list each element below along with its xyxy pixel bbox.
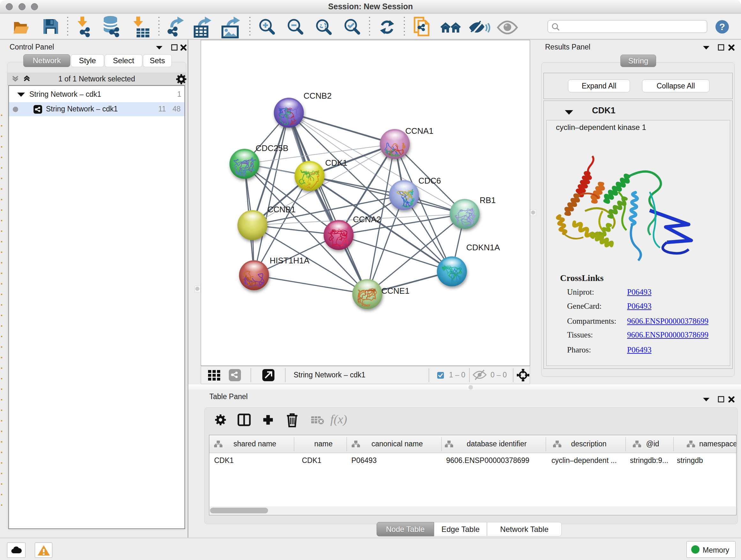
svg-text:CDKN1A: CDKN1A: [466, 243, 500, 252]
svg-text:CCNA2: CCNA2: [353, 214, 381, 224]
svg-text:CDC25B: CDC25B: [256, 143, 288, 153]
svg-text:CDC6: CDC6: [418, 176, 441, 186]
svg-text:CCNB2: CCNB2: [304, 91, 332, 101]
svg-text:CCNA1: CCNA1: [405, 126, 433, 136]
svg-text:CCNB1: CCNB1: [267, 205, 295, 214]
svg-text:f(x): f(x): [330, 413, 347, 426]
svg-text:CCNE1: CCNE1: [381, 286, 409, 296]
svg-text:RB1: RB1: [480, 195, 496, 205]
svg-text:CDK1: CDK1: [325, 158, 347, 168]
svg-text:HIST1H1A: HIST1H1A: [270, 256, 310, 265]
